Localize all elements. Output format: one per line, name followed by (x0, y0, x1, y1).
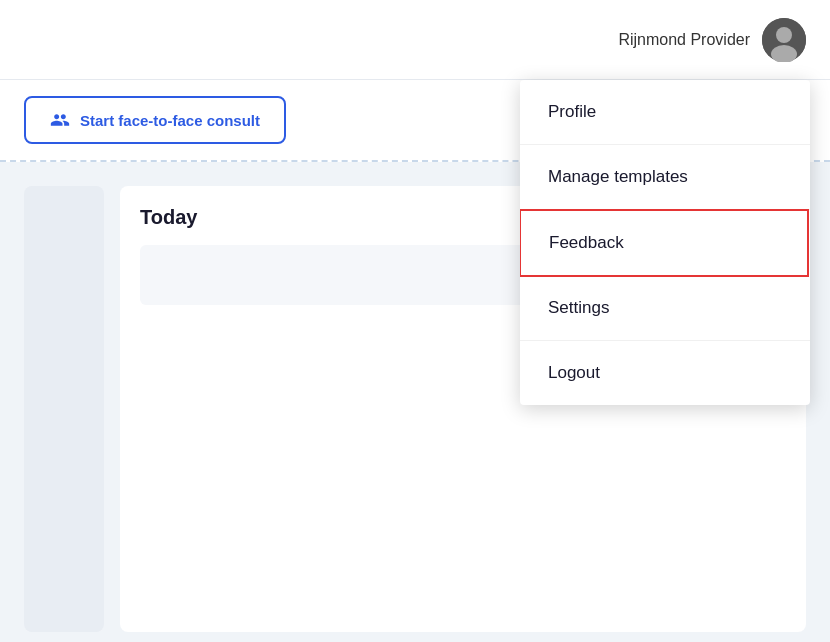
header: Rijnmond Provider (0, 0, 830, 80)
dropdown-menu: ProfileManage templatesFeedbackSettingsL… (520, 80, 810, 405)
dropdown-item-profile[interactable]: Profile (520, 80, 810, 145)
consult-button-label: Start face-to-face consult (80, 112, 260, 129)
dropdown-item-manage-templates[interactable]: Manage templates (520, 145, 810, 210)
sidebar (24, 186, 104, 632)
svg-point-1 (776, 27, 792, 43)
user-info[interactable]: Rijnmond Provider (618, 18, 806, 62)
dropdown-item-feedback[interactable]: Feedback (520, 209, 809, 277)
avatar[interactable] (762, 18, 806, 62)
start-consult-button[interactable]: Start face-to-face consult (24, 96, 286, 144)
consult-icon (50, 110, 70, 130)
dropdown-item-settings[interactable]: Settings (520, 276, 810, 341)
dropdown-item-logout[interactable]: Logout (520, 341, 810, 405)
user-name: Rijnmond Provider (618, 31, 750, 49)
